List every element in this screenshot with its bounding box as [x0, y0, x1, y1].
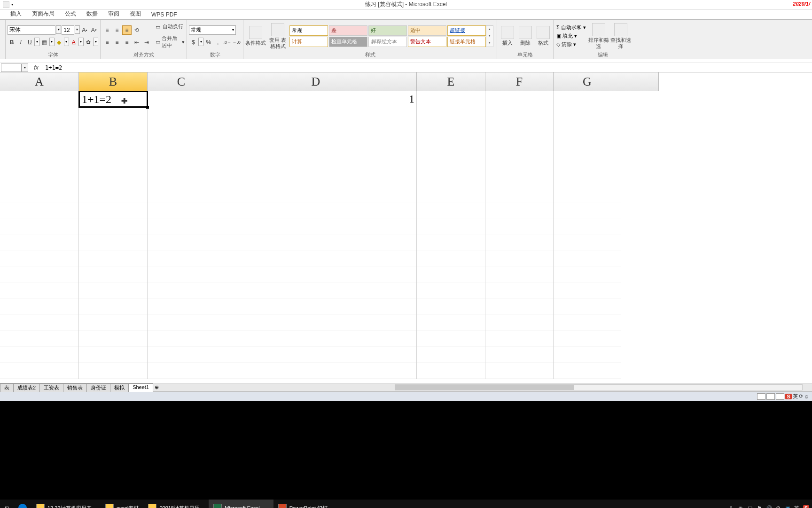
cell-A12[interactable]: [0, 267, 79, 283]
tray-sound-icon[interactable]: 🔊: [765, 505, 772, 508]
cell-style-check[interactable]: 检查单元格: [329, 37, 367, 47]
cell-C10[interactable]: [148, 235, 215, 251]
cell-C7[interactable]: [148, 187, 215, 203]
cell-G11[interactable]: [554, 251, 621, 267]
cell-B3[interactable]: [79, 123, 148, 139]
sheet-tab-表[interactable]: 表: [0, 383, 14, 392]
cell-F2[interactable]: [485, 107, 554, 123]
font-size-select[interactable]: 12: [62, 25, 74, 35]
format-cells-button[interactable]: 格式: [535, 22, 551, 51]
cell-B12[interactable]: [79, 267, 148, 283]
tray-lang[interactable]: 英: [794, 505, 800, 508]
cell-style-linked[interactable]: 链接单元格: [447, 37, 486, 47]
cell-C14[interactable]: [148, 299, 215, 315]
cell-C3[interactable]: [148, 123, 215, 139]
cell-E8[interactable]: [417, 203, 485, 219]
cell-E2[interactable]: [417, 107, 485, 123]
tray-cube-icon[interactable]: ◉: [737, 505, 744, 508]
cell-G15[interactable]: [554, 315, 621, 331]
cell-B5[interactable]: [79, 155, 148, 171]
cell-G10[interactable]: [554, 235, 621, 251]
edge-button[interactable]: [14, 500, 31, 508]
cell-B2[interactable]: [79, 107, 148, 123]
cell-B17[interactable]: [79, 347, 148, 363]
normal-view-icon[interactable]: [757, 393, 765, 400]
cell-E11[interactable]: [417, 251, 485, 267]
cell-D2[interactable]: [215, 107, 417, 123]
merge-center-button[interactable]: ▭合并后居中 ▾: [156, 35, 185, 49]
cell-style-normal[interactable]: 常规: [289, 25, 328, 36]
cell-G18[interactable]: [554, 363, 621, 379]
font-name-dropdown-icon[interactable]: ▾: [56, 25, 61, 34]
cell-F6[interactable]: [485, 171, 554, 187]
cell-C1[interactable]: [148, 91, 215, 107]
cell-G16[interactable]: [554, 331, 621, 347]
cell-B7[interactable]: [79, 187, 148, 203]
tray-ime-badge[interactable]: S: [803, 505, 809, 508]
accounting-format-icon[interactable]: $: [189, 38, 198, 47]
cell-D9[interactable]: [215, 219, 417, 235]
new-sheet-button[interactable]: ⊕: [155, 384, 159, 390]
cell-C16[interactable]: [148, 331, 215, 347]
phonetic-button[interactable]: ✿: [84, 38, 93, 47]
name-box-dropdown-icon[interactable]: ▾: [22, 64, 28, 72]
horizontal-scrollbar[interactable]: [395, 384, 803, 390]
cell-C18[interactable]: [148, 363, 215, 379]
cell-C6[interactable]: [148, 171, 215, 187]
cell-G13[interactable]: [554, 283, 621, 299]
cell-E6[interactable]: [417, 171, 485, 187]
delete-cells-button[interactable]: 删除: [517, 22, 533, 51]
cell-D3[interactable]: [215, 123, 417, 139]
cell-D10[interactable]: [215, 235, 417, 251]
cell-G4[interactable]: [554, 139, 621, 155]
cell-B13[interactable]: [79, 283, 148, 299]
cell-E13[interactable]: [417, 283, 485, 299]
cell-F10[interactable]: [485, 235, 554, 251]
cell-E16[interactable]: [417, 331, 485, 347]
cell-B9[interactable]: [79, 219, 148, 235]
sheet-tab-工资表[interactable]: 工资表: [39, 383, 63, 392]
cell-B16[interactable]: [79, 331, 148, 347]
sheet-tab-成绩表2[interactable]: 成绩表2: [13, 383, 40, 392]
cell-D5[interactable]: [215, 155, 417, 171]
cell-F3[interactable]: [485, 123, 554, 139]
cell-style-explanatory[interactable]: 解释性文本: [368, 37, 407, 47]
cell-D8[interactable]: [215, 203, 417, 219]
insert-cells-button[interactable]: 插入: [499, 22, 515, 51]
cell-A13[interactable]: [0, 283, 79, 299]
taskbar-item[interactable]: excel素材: [101, 500, 144, 508]
cell-D14[interactable]: [215, 299, 417, 315]
page-break-view-icon[interactable]: [776, 393, 784, 400]
cell-C13[interactable]: [148, 283, 215, 299]
cell-G5[interactable]: [554, 155, 621, 171]
cell-style-warning[interactable]: 警告文本: [408, 37, 446, 47]
cell-G12[interactable]: [554, 267, 621, 283]
tray-misc-icon[interactable]: ⟳: [799, 393, 803, 399]
align-center-icon[interactable]: ≡: [112, 38, 122, 47]
cell-E17[interactable]: [417, 347, 485, 363]
tray-gear-icon[interactable]: ⚙: [775, 505, 781, 508]
cell-F11[interactable]: [485, 251, 554, 267]
cell-A6[interactable]: [0, 171, 79, 187]
column-header-G[interactable]: G: [554, 72, 621, 91]
cell-E18[interactable]: [417, 363, 485, 379]
cell-B11[interactable]: [79, 251, 148, 267]
page-layout-view-icon[interactable]: [766, 393, 775, 400]
taskbar-item[interactable]: Microsoft Excel - ...: [209, 500, 273, 508]
cell-A17[interactable]: [0, 347, 79, 363]
cell-D6[interactable]: [215, 171, 417, 187]
cell-B10[interactable]: [79, 235, 148, 251]
tab-wps-pdf[interactable]: WPS PDF: [150, 10, 178, 19]
clear-button[interactable]: ◇ 清除 ▾: [555, 40, 587, 48]
increase-font-icon[interactable]: A▴: [80, 25, 89, 35]
cell-D12[interactable]: [215, 267, 417, 283]
borders-button[interactable]: ▦: [40, 38, 48, 47]
cell-D1[interactable]: 1: [215, 91, 417, 107]
cell-F1[interactable]: [485, 91, 554, 107]
cell-G6[interactable]: [554, 171, 621, 187]
cell-E4[interactable]: [417, 139, 485, 155]
cell-B15[interactable]: [79, 315, 148, 331]
ime-badge[interactable]: S: [785, 394, 791, 399]
cell-E1[interactable]: [417, 91, 485, 107]
bold-button[interactable]: B: [8, 38, 16, 47]
